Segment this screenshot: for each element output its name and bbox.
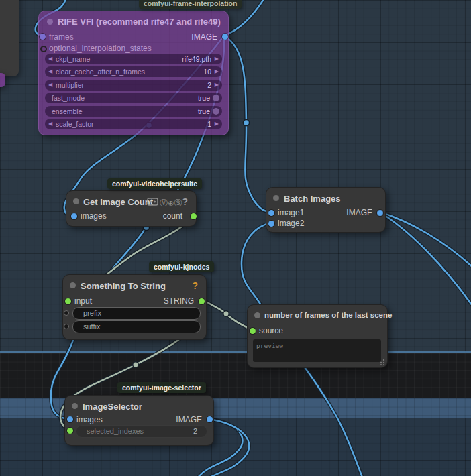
node-title: ImageSelector bbox=[83, 402, 142, 412]
node-something-to-string[interactable]: Something To String ? input STRING prefi… bbox=[62, 274, 207, 340]
vhs-cassette-icon bbox=[147, 197, 158, 206]
output-port-image[interactable] bbox=[222, 34, 228, 40]
combo-right-arrow[interactable]: ▶ bbox=[215, 54, 219, 64]
output-port-image[interactable] bbox=[377, 210, 383, 216]
node-collapse-dot[interactable] bbox=[273, 195, 279, 201]
input-port-image1[interactable] bbox=[268, 210, 274, 216]
widget-label: selected_indexes bbox=[87, 426, 144, 437]
toggle-knob[interactable] bbox=[213, 95, 219, 101]
offscreen-purple-node[interactable] bbox=[0, 73, 5, 87]
widget-ckpt-name[interactable]: ◀ ckpt_name rife49.pth ▶ bbox=[45, 54, 222, 64]
widget-label: fast_mode bbox=[52, 93, 85, 103]
output-port-image[interactable] bbox=[207, 416, 213, 422]
node-title: number of frames of the last scene bbox=[264, 311, 392, 319]
widget-multiplier[interactable]: ◀ multiplier 2 ▶ bbox=[45, 80, 222, 91]
link-midpoint-dot[interactable] bbox=[133, 362, 139, 368]
help-icon[interactable]: ? bbox=[192, 280, 198, 291]
widget-value: rife49.pth bbox=[182, 54, 211, 64]
widget-value: true bbox=[198, 93, 210, 103]
input-label: images bbox=[81, 211, 107, 221]
input-label: optional_interpolation_states bbox=[49, 44, 152, 53]
input-label: image2 bbox=[278, 219, 304, 228]
node-collapse-dot[interactable] bbox=[72, 403, 78, 409]
node-collapse-dot[interactable] bbox=[254, 312, 260, 318]
input-label: source bbox=[259, 326, 283, 335]
widget-value: 2 bbox=[207, 80, 211, 91]
widget-selected-indexes[interactable]: selected_indexes -2 bbox=[76, 425, 207, 438]
node-graph-canvas[interactable]: RIFE VFI (recommend rife47 and rife49) f… bbox=[0, 0, 471, 476]
node-get-image-count[interactable]: Get Image Count Ⓥ⊕Ⓢ ? images count bbox=[66, 190, 197, 227]
input-port-suffix[interactable] bbox=[64, 324, 69, 329]
badge-kjnodes: comfyui-kjnodes bbox=[149, 261, 214, 272]
node-title: RIFE VFI (recommend rife47 and rife49) bbox=[58, 17, 221, 27]
vhs-letters-icon: Ⓥ⊕Ⓢ bbox=[160, 198, 182, 209]
toggle-knob[interactable] bbox=[213, 108, 219, 115]
widget-scale-factor[interactable]: ◀ scale_factor 1 ▶ bbox=[45, 119, 222, 129]
offscreen-node[interactable] bbox=[0, 0, 19, 76]
widget-value: true bbox=[198, 106, 210, 117]
link-batch-out-b[interactable] bbox=[379, 212, 471, 306]
combo-right-arrow[interactable]: ▶ bbox=[215, 80, 219, 91]
output-port-count[interactable] bbox=[191, 213, 197, 219]
input-label: frames bbox=[49, 32, 74, 42]
combo-left-arrow[interactable]: ◀ bbox=[48, 119, 52, 129]
node-collapse-dot[interactable] bbox=[70, 282, 76, 288]
preview-textarea[interactable]: preview bbox=[253, 339, 381, 362]
badge-frame-interpolation: comfyui-frame-interpolation bbox=[139, 0, 242, 9]
input-port-source[interactable] bbox=[250, 328, 256, 334]
input-port-images[interactable] bbox=[71, 213, 77, 219]
resize-grip-icon[interactable] bbox=[378, 359, 385, 365]
widget-ensemble[interactable]: ensemble true bbox=[45, 106, 222, 117]
output-label: IMAGE bbox=[176, 415, 202, 424]
badge-image-selector: comfyui-image-selector bbox=[117, 382, 206, 393]
node-image-selector[interactable]: ImageSelector images IMAGE selected_inde… bbox=[64, 395, 214, 446]
input-port-images[interactable] bbox=[67, 416, 73, 422]
help-icon[interactable]: ? bbox=[182, 196, 188, 207]
output-port-string[interactable] bbox=[199, 298, 205, 304]
output-label: count bbox=[163, 211, 182, 221]
widget-label: multiplier bbox=[56, 80, 84, 91]
input-port-frames[interactable] bbox=[40, 34, 46, 40]
combo-left-arrow[interactable]: ◀ bbox=[48, 80, 52, 91]
output-label: IMAGE bbox=[346, 208, 372, 217]
node-batch-images[interactable]: Batch Images image1 IMAGE image2 bbox=[266, 187, 386, 233]
widget-label: ensemble bbox=[52, 106, 83, 117]
link-midpoint-dot[interactable] bbox=[223, 311, 229, 317]
node-title: Get Image Count bbox=[83, 197, 153, 207]
node-number-of-frames[interactable]: number of frames of the last scene sourc… bbox=[247, 304, 388, 368]
combo-left-arrow[interactable]: ◀ bbox=[48, 66, 52, 77]
input-port-selected-indexes[interactable] bbox=[67, 428, 73, 434]
widget-value: -2 bbox=[191, 426, 197, 437]
widget-label: suffix bbox=[83, 321, 100, 333]
node-title: Something To String bbox=[81, 281, 166, 291]
widget-label: ckpt_name bbox=[56, 54, 90, 64]
widget-suffix[interactable]: suffix bbox=[72, 320, 201, 333]
widget-prefix[interactable]: prefix bbox=[72, 307, 201, 320]
node-collapse-dot[interactable] bbox=[47, 19, 53, 25]
widget-label: clear_cache_after_n_frames bbox=[56, 66, 145, 77]
input-label: input bbox=[74, 296, 92, 306]
combo-right-arrow[interactable]: ▶ bbox=[215, 66, 219, 77]
combo-left-arrow[interactable]: ◀ bbox=[48, 54, 52, 64]
link-midpoint-dot[interactable] bbox=[243, 119, 249, 125]
input-port-input[interactable] bbox=[65, 298, 71, 304]
combo-right-arrow[interactable]: ▶ bbox=[215, 119, 219, 129]
link-selector-out-b[interactable] bbox=[209, 419, 249, 476]
badge-videohelpersuite: comfyui-videohelpersuite bbox=[107, 178, 202, 189]
output-label: STRING bbox=[164, 296, 194, 306]
widget-fast-mode[interactable]: fast_mode true bbox=[45, 93, 222, 103]
widget-clear-cache[interactable]: ◀ clear_cache_after_n_frames 10 ▶ bbox=[45, 66, 222, 77]
widget-value: 10 bbox=[203, 66, 211, 77]
input-label: image1 bbox=[278, 208, 304, 217]
node-collapse-dot[interactable] bbox=[73, 198, 79, 204]
widget-label: prefix bbox=[83, 308, 101, 319]
widget-label: scale_factor bbox=[56, 119, 94, 129]
input-port-image2[interactable] bbox=[268, 221, 274, 227]
widget-value: 1 bbox=[207, 119, 211, 129]
node-title: Batch Images bbox=[284, 194, 341, 204]
node-rife-vfi[interactable]: RIFE VFI (recommend rife47 and rife49) f… bbox=[38, 11, 229, 135]
input-port-optional-interpolation-states[interactable] bbox=[40, 46, 47, 52]
input-label: images bbox=[76, 415, 103, 424]
input-port-prefix[interactable] bbox=[64, 310, 69, 316]
output-label: IMAGE bbox=[191, 32, 217, 42]
